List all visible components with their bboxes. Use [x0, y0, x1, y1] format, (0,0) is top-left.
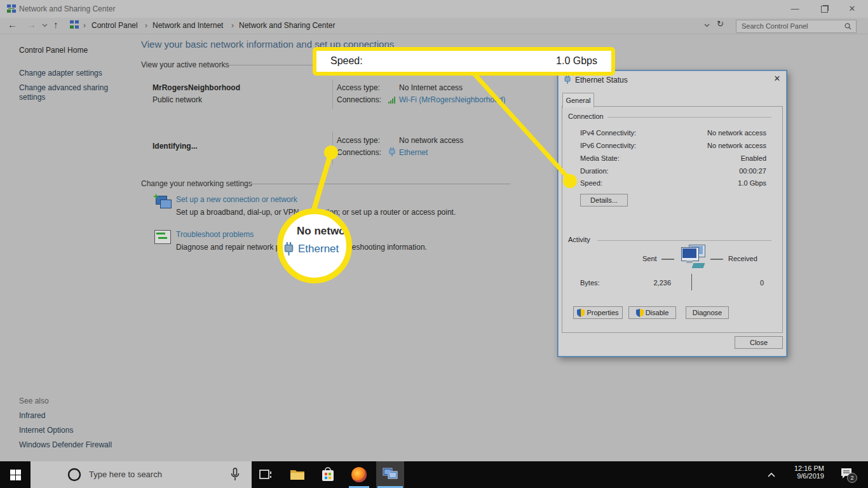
access-type-label: Access type:	[337, 136, 380, 145]
uac-shield-icon	[577, 309, 585, 317]
setup-connection-link[interactable]: Set up a new connection or network	[176, 195, 297, 204]
recent-pages-chevron-icon[interactable]	[42, 24, 48, 27]
ethernet-status-dialog: Ethernet Status ✕ General Connection IPv…	[557, 70, 787, 357]
media-state-label: Media State:	[580, 154, 620, 162]
divider	[710, 259, 723, 260]
cortana-icon[interactable]	[67, 468, 81, 482]
sidebar-item-infrared[interactable]: Infrared	[19, 411, 45, 420]
breadcrumb-network-sharing[interactable]: Network and Sharing Center	[239, 21, 335, 30]
address-dropdown-chevron-icon[interactable]	[704, 24, 710, 27]
speed-callout-box: Speed: 1.0 Gbps	[313, 47, 615, 76]
bytes-received-value: 0	[723, 279, 764, 287]
divider	[332, 132, 333, 165]
sidebar-item-internet-options[interactable]: Internet Options	[19, 426, 73, 435]
duration-value: 00:00:27	[671, 167, 766, 175]
disable-button-label: Disable	[646, 309, 669, 316]
received-label: Received	[728, 255, 757, 262]
callout-dot-connections	[324, 146, 338, 159]
microsoft-store-icon	[321, 467, 335, 482]
ipv4-value: No network access	[671, 129, 766, 137]
troubleshoot-link[interactable]: Troubleshoot problems	[176, 230, 254, 239]
active-app-button[interactable]	[376, 461, 404, 488]
divider	[691, 274, 692, 290]
network-type: Public network	[153, 95, 202, 104]
refresh-icon[interactable]: ↻	[717, 19, 724, 29]
ethernet-plug-icon	[284, 242, 294, 255]
breadcrumb-control-panel[interactable]: Control Panel	[92, 21, 138, 30]
sidebar-item-change-advanced-sharing[interactable]: Change advanced sharing settings	[19, 83, 121, 102]
microphone-icon[interactable]	[230, 468, 240, 482]
sidebar-item-windows-defender-firewall[interactable]: Windows Defender Firewall	[19, 440, 112, 449]
troubleshoot-icon	[154, 230, 172, 245]
sidebar-item-control-panel-home[interactable]: Control Panel Home	[19, 46, 88, 55]
wifi-connection-link[interactable]: Wi-Fi (MrRogersNeighborhood)	[399, 95, 505, 104]
bytes-sent-value: 2,236	[627, 279, 671, 287]
sidebar-item-change-adapter-settings[interactable]: Change adapter settings	[19, 69, 102, 78]
taskbar-search-input[interactable]: Type here to search	[31, 461, 252, 488]
duration-label: Duration:	[580, 167, 609, 175]
file-explorer-icon	[290, 468, 305, 481]
callout-speed-label: Speed:	[330, 55, 363, 67]
network-window-icon	[383, 468, 398, 482]
computer-activity-icon	[677, 243, 708, 271]
search-placeholder: Search Control Panel	[742, 22, 808, 30]
diagnose-button[interactable]: Diagnose	[686, 306, 729, 319]
connections-label: Connections:	[337, 95, 381, 104]
windows-logo-icon	[10, 470, 21, 480]
tab-panel	[562, 106, 783, 333]
access-type-value: No Internet access	[399, 83, 463, 92]
dialog-close-button[interactable]: ✕	[770, 74, 784, 85]
window-titlebar: Network and Sharing Center — ✕	[0, 0, 868, 18]
microsoft-store-button[interactable]	[314, 461, 342, 488]
wifi-signal-icon	[388, 97, 397, 104]
clock-time: 12:16 PM	[786, 464, 824, 472]
network-name: MrRogersNeighborhood	[153, 83, 240, 92]
close-button[interactable]: ✕	[843, 3, 862, 15]
sent-label: Sent	[642, 255, 657, 262]
disable-button[interactable]: Disable	[628, 306, 676, 319]
tab-general[interactable]: General	[562, 93, 594, 107]
ipv6-label: IPv6 Connectivity:	[580, 142, 636, 149]
back-button[interactable]: ←	[8, 19, 17, 30]
properties-button[interactable]: Properties	[573, 306, 623, 319]
network-name: Identifying...	[153, 142, 198, 151]
network-app-icon	[7, 4, 17, 14]
action-center-button[interactable]: 2	[840, 467, 857, 482]
search-icon[interactable]	[844, 23, 851, 30]
callout-no-network-text: No netwo.	[297, 225, 348, 238]
ethernet-plug-icon	[564, 75, 571, 84]
search-control-panel-input[interactable]: Search Control Panel	[736, 20, 857, 33]
ipv6-value: No network access	[671, 142, 766, 149]
restore-button[interactable]	[815, 3, 834, 15]
details-button[interactable]: Details...	[580, 194, 628, 207]
access-type-label: Access type:	[337, 83, 380, 92]
breadcrumb-network-internet[interactable]: Network and Internet	[153, 21, 223, 30]
task-view-button[interactable]	[252, 461, 280, 488]
properties-button-label: Properties	[587, 309, 618, 316]
clock-date: 9/6/2019	[786, 472, 824, 480]
chevron-up-icon	[768, 473, 775, 477]
up-button[interactable]: ↑	[53, 19, 58, 30]
ethernet-connection-link[interactable]: Ethernet	[399, 148, 428, 157]
taskbar-clock[interactable]: 12:16 PM 9/6/2019	[786, 464, 824, 480]
setup-connection-icon: +	[154, 194, 172, 211]
minimize-button[interactable]: —	[785, 3, 804, 15]
divider	[597, 240, 771, 241]
tray-expand-button[interactable]	[757, 461, 785, 488]
file-explorer-button[interactable]	[283, 461, 311, 488]
notification-badge: 2	[847, 473, 857, 483]
firefox-button[interactable]	[345, 461, 373, 488]
close-dialog-button[interactable]: Close	[735, 336, 783, 349]
bytes-label: Bytes:	[580, 279, 600, 287]
forward-button: →	[27, 19, 36, 30]
uac-shield-icon	[636, 309, 644, 317]
divider	[607, 117, 771, 118]
window-title: Network and Sharing Center	[19, 4, 115, 13]
breadcrumb-separator: ›	[145, 21, 147, 30]
taskbar: Type here to search 12:16 PM 9/6/2019 2	[0, 461, 868, 488]
dialog-title: Ethernet Status	[575, 76, 628, 85]
connections-label: Connections:	[337, 148, 381, 157]
activity-group-label: Activity	[568, 236, 590, 243]
start-button[interactable]	[1, 461, 29, 488]
ipv4-label: IPv4 Connectivity:	[580, 129, 636, 137]
